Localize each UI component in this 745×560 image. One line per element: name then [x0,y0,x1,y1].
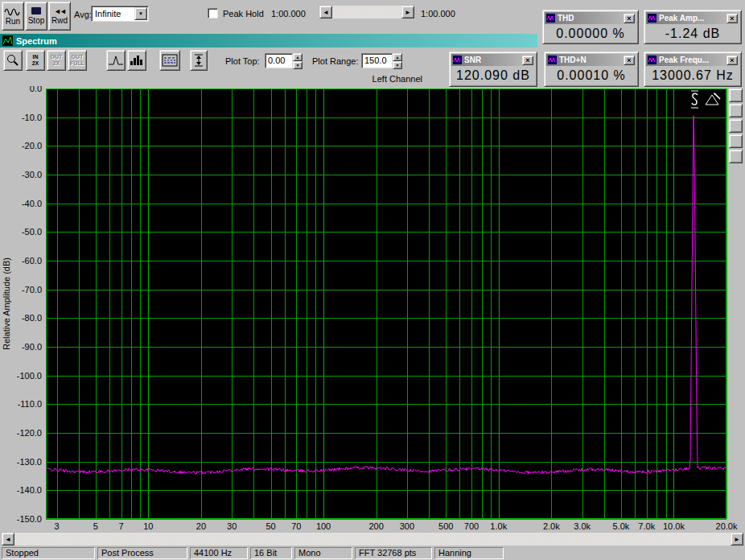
svg-text:300: 300 [400,521,414,531]
thdn-close-button[interactable]: × [624,56,635,65]
svg-text:3: 3 [54,521,59,531]
plot-top-spin-down[interactable]: ▼ [293,61,303,69]
zoom-out-2x-button[interactable]: OUT 2X [47,50,66,71]
svg-text:-150.0: -150.0 [17,514,42,524]
svg-text:20: 20 [196,521,206,531]
svg-text:-120.0: -120.0 [17,428,42,438]
zoom-button[interactable] [3,50,23,71]
spectrum-chart-canvas[interactable]: 0.0-10.0-20.0-30.0-40.0-50.0-60.0-70.0-8… [0,86,745,532]
status-bar: Stopped Post Process 44100 Hz 16 Bit Mon… [2,547,504,559]
meter-waveform-icon [548,56,557,64]
bar-view-button[interactable] [127,50,146,71]
time-scroll-left-button[interactable]: ◄ [319,6,332,19]
plot-overlay-pencil-triangle-icon[interactable] [703,91,722,108]
stop-button[interactable]: Stop [25,2,47,31]
svg-text:-30.0: -30.0 [22,170,42,179]
plot-range-label: Plot Range: [312,56,358,66]
thdn-meter-titlebar[interactable]: THD+N × [546,54,636,66]
plot-range-spinner[interactable]: ▲ ▼ [393,53,402,68]
rewind-icon: ◄◄ [54,7,65,16]
bar-chart-icon [129,54,145,67]
zoom-out-full-label-top: OUT [72,54,84,60]
spectrogram-view-button[interactable] [159,50,180,71]
thd-close-button[interactable]: × [624,14,635,23]
rewind-label: Rwd [51,16,68,25]
side-toolbar-button-5[interactable] [729,150,743,163]
channel-label: Left Channel [346,74,422,84]
peak-amp-meter-titlebar[interactable]: Peak Amp... × [646,12,739,24]
avg-dropdown-arrow[interactable]: ▼ [134,7,147,20]
zoom-in-2x-label-top: IN [33,54,39,60]
thdn-meter-title: THD+N [559,56,621,64]
zoom-out-full-button[interactable]: OUT FULL [68,50,87,71]
svg-text:-110.0: -110.0 [18,399,42,409]
svg-text:-70.0: -70.0 [22,285,42,294]
svg-text:10: 10 [143,521,153,531]
vertical-fit-button[interactable] [190,50,208,71]
thdn-value: 0.00010 % [546,68,636,83]
side-toolbar-button-3[interactable] [729,119,743,133]
svg-text:7.0k: 7.0k [638,521,655,531]
snr-close-button[interactable]: × [522,56,533,65]
spectrum-window-titlebar[interactable]: Spectrum [0,34,537,47]
svg-text:100: 100 [316,521,331,531]
peak-hold-checkbox[interactable] [208,8,218,19]
svg-text:-80.0: -80.0 [22,313,42,323]
avg-select[interactable]: Infinite ▼ [91,6,149,22]
snr-meter-window: SNR × 120.090 dB [449,51,537,87]
side-toolbar-button-4[interactable] [729,134,743,148]
zoom-in-2x-button[interactable]: IN 2X [26,50,45,71]
zoom-in-2x-label-bottom: 2X [32,60,39,67]
meter-waveform-icon [648,56,657,64]
plot-range-spin-down[interactable]: ▼ [393,61,402,69]
svg-text:Relative Amplitude (dB): Relative Amplitude (dB) [2,257,11,350]
avg-label: Avg: [74,10,92,19]
snr-meter-titlebar[interactable]: SNR × [451,54,535,66]
peak-curve-view-button[interactable] [106,50,126,71]
peak-amp-close-button[interactable]: × [726,14,738,23]
spectrum-plot[interactable]: 0.0-10.0-20.0-30.0-40.0-50.0-60.0-70.0-8… [0,86,745,532]
svg-text:10.0k: 10.0k [663,521,685,531]
avg-selected-value: Infinite [92,9,134,19]
hscroll-track[interactable] [14,533,731,546]
snr-meter-title: SNR [464,56,520,64]
svg-text:50: 50 [265,521,275,531]
rewind-button[interactable]: ◄◄ Rwd [48,2,71,31]
svg-text:7: 7 [119,521,124,531]
plot-range-input[interactable]: 150.0 [361,53,393,68]
plot-top-label: Plot Top: [225,56,260,66]
thd-meter-titlebar[interactable]: THD × [545,12,636,24]
hscroll-left-button[interactable]: ◄ [2,533,14,546]
time-scroll-right-button[interactable]: ► [401,6,414,19]
time-total: 1:00.000 [421,9,455,19]
status-mode: Post Process [97,547,187,559]
peak-freq-meter-titlebar[interactable]: Peak Frequ... × [646,54,739,66]
run-button[interactable]: Run [2,2,24,31]
peak-freq-meter-title: Peak Frequ... [659,56,724,64]
run-label: Run [6,17,20,26]
hscroll-right-button[interactable]: ► [731,533,743,546]
peak-curve-icon [108,54,124,67]
zoom-out-2x-label-top: OUT [51,54,63,60]
run-sine-icon [4,7,22,17]
side-toolbar-button-1[interactable] [729,89,743,102]
svg-text:20.0k: 20.0k [716,521,738,531]
svg-text:500: 500 [438,521,453,531]
svg-text:-50.0: -50.0 [22,227,42,237]
plot-range-spin-up[interactable]: ▲ [393,53,402,61]
peak-freq-close-button[interactable]: × [726,56,738,65]
plot-top-spin-up[interactable]: ▲ [293,53,303,61]
plot-top-input[interactable]: 0.00 [265,53,293,68]
plot-overlay-s-marker-icon[interactable] [689,89,701,109]
meter-waveform-icon [546,14,555,23]
svg-text:-40.0: -40.0 [22,199,42,208]
side-toolbar-button-2[interactable] [729,104,743,117]
stop-label: Stop [28,16,45,25]
svg-text:5: 5 [93,521,98,531]
peak-amp-meter-window: Peak Amp... × -1.24 dB [644,10,742,44]
plot-top-spinner[interactable]: ▲ ▼ [293,53,303,68]
time-scrollbar-track[interactable] [332,6,401,19]
zoom-out-full-label-bottom: FULL [70,60,84,67]
status-window-function: Hanning [434,547,504,559]
thd-value: 0.00000 % [545,27,636,41]
